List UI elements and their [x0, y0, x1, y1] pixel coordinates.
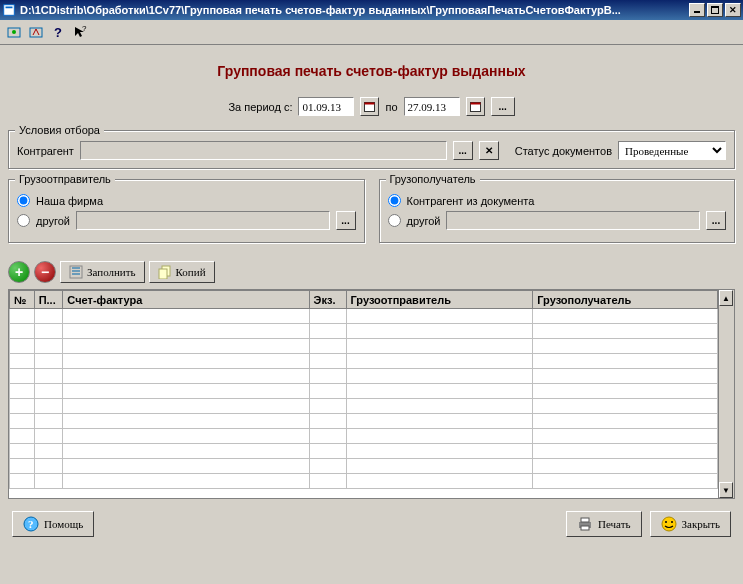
period-from-label: За период с: — [228, 101, 292, 113]
close-button[interactable]: ✕ — [725, 3, 741, 17]
consignor-our-label: Наша фирма — [36, 195, 103, 207]
svg-rect-16 — [159, 269, 167, 279]
help-icon[interactable]: ? — [50, 24, 66, 40]
calendar-from-button[interactable] — [360, 97, 379, 116]
consignor-other-label: другой — [36, 215, 70, 227]
svg-rect-20 — [581, 518, 589, 522]
table-row[interactable] — [10, 324, 718, 339]
consignee-other-label: другой — [407, 215, 441, 227]
action-row: + − Заполнить Копий — [8, 261, 735, 283]
pointer-help-icon[interactable]: ? — [72, 24, 88, 40]
svg-rect-11 — [365, 103, 375, 105]
table-header[interactable]: Грузополучатель — [533, 291, 718, 309]
table-row[interactable] — [10, 474, 718, 489]
table-header[interactable]: № — [10, 291, 35, 309]
copies-icon — [158, 265, 172, 279]
help-circle-icon: ? — [23, 516, 39, 532]
fill-button[interactable]: Заполнить — [60, 261, 145, 283]
consignee-group-title: Грузополучатель — [386, 173, 480, 185]
consignor-other-radio[interactable] — [17, 214, 30, 227]
table-header[interactable]: П... — [34, 291, 63, 309]
smiley-icon — [661, 516, 677, 532]
svg-text:?: ? — [28, 518, 34, 530]
table-row[interactable] — [10, 444, 718, 459]
fill-icon — [69, 265, 83, 279]
close-button-footer[interactable]: Закрыть — [650, 511, 731, 537]
svg-point-22 — [662, 517, 676, 531]
contractor-input[interactable] — [80, 141, 447, 160]
calendar-to-button[interactable] — [466, 97, 485, 116]
svg-point-24 — [671, 521, 673, 523]
svg-rect-13 — [470, 103, 480, 105]
svg-text:?: ? — [54, 25, 62, 39]
table-row[interactable] — [10, 309, 718, 324]
consignor-other-input[interactable] — [76, 211, 330, 230]
status-select[interactable]: Проведенные — [618, 141, 726, 160]
table-row[interactable] — [10, 384, 718, 399]
table-row[interactable] — [10, 414, 718, 429]
window-titlebar: D:\1CDistrib\Обработки\1Cv77\Групповая п… — [0, 0, 743, 20]
consignee-other-input[interactable] — [446, 211, 700, 230]
svg-rect-21 — [581, 526, 589, 530]
svg-rect-0 — [4, 5, 15, 16]
consignee-other-radio[interactable] — [388, 214, 401, 227]
remove-row-button[interactable]: − — [34, 261, 56, 283]
filter-group-title: Условия отбора — [15, 124, 104, 136]
contractor-pick-button[interactable]: ... — [453, 141, 473, 160]
table-row[interactable] — [10, 369, 718, 384]
svg-point-23 — [665, 521, 667, 523]
maximize-button[interactable] — [707, 3, 723, 17]
consignor-group: Грузоотправитель Наша фирма другой ... — [8, 179, 365, 243]
toolbar-icon-2[interactable] — [28, 24, 44, 40]
window-title: D:\1CDistrib\Обработки\1Cv77\Групповая п… — [20, 4, 689, 16]
toolbar-icon-1[interactable] — [6, 24, 22, 40]
print-button[interactable]: Печать — [566, 511, 642, 537]
minimize-button[interactable] — [689, 3, 705, 17]
page-title: Групповая печать счетов-фактур выданных — [8, 63, 735, 79]
consignee-other-pick-button[interactable]: ... — [706, 211, 726, 230]
svg-text:?: ? — [82, 25, 87, 33]
add-row-button[interactable]: + — [8, 261, 30, 283]
toolbar: ? ? — [0, 20, 743, 45]
table-row[interactable] — [10, 429, 718, 444]
status-label: Статус документов — [515, 145, 612, 157]
contractor-label: Контрагент — [17, 145, 74, 157]
contractor-clear-button[interactable]: ✕ — [479, 141, 499, 160]
table-row[interactable] — [10, 459, 718, 474]
filter-group: Условия отбора Контрагент ... ✕ Статус д… — [8, 130, 735, 169]
table-row[interactable] — [10, 399, 718, 414]
table-header[interactable]: Экз. — [309, 291, 346, 309]
table-header[interactable]: Счет-фактура — [63, 291, 309, 309]
date-from-input[interactable] — [298, 97, 354, 116]
consignee-group: Грузополучатель Контрагент из документа … — [379, 179, 736, 243]
scroll-down-button[interactable]: ▼ — [719, 482, 733, 498]
app-icon — [2, 3, 16, 17]
scroll-up-button[interactable]: ▲ — [719, 290, 733, 306]
consignee-fromdoc-radio[interactable] — [388, 194, 401, 207]
svg-point-6 — [12, 30, 16, 34]
consignee-fromdoc-label: Контрагент из документа — [407, 195, 535, 207]
table-header[interactable]: Грузоотправитель — [346, 291, 533, 309]
consignor-other-pick-button[interactable]: ... — [336, 211, 356, 230]
period-ellipsis-button[interactable]: ... — [491, 97, 515, 116]
data-table: №П...Счет-фактураЭкз.ГрузоотправительГру… — [8, 289, 735, 499]
period-row: За период с: по ... — [8, 97, 735, 116]
table-row[interactable] — [10, 354, 718, 369]
table-row[interactable] — [10, 339, 718, 354]
consignor-group-title: Грузоотправитель — [15, 173, 115, 185]
period-to-label: по — [385, 101, 397, 113]
printer-icon — [577, 516, 593, 532]
svg-rect-1 — [6, 7, 13, 9]
date-to-input[interactable] — [404, 97, 460, 116]
vertical-scrollbar[interactable]: ▲ ▼ — [718, 290, 734, 498]
copies-button[interactable]: Копий — [149, 261, 215, 283]
help-button[interactable]: ? Помощь — [12, 511, 94, 537]
consignor-our-radio[interactable] — [17, 194, 30, 207]
